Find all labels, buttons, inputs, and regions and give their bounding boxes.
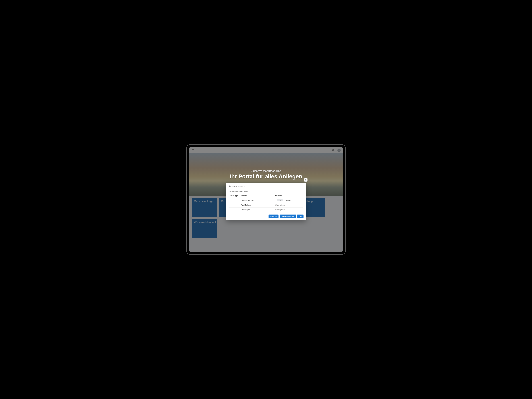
close-icon: ✕	[305, 179, 307, 181]
nothing-found-text: Nothing found	[275, 204, 285, 206]
tablet-frame: Salesfive Manufacturing Ihr Portal für a…	[186, 144, 346, 255]
material-name: Solar Panel	[284, 199, 292, 201]
modal-measures-heading: All measures for the error:	[229, 191, 303, 193]
measures-table: Work Type Measure Materials Panel Austau…	[229, 194, 303, 212]
table-row: Panel AustauschenS-100Solar Panel	[229, 198, 303, 203]
error-info-modal: ✕ Information to the error: All measures…	[226, 183, 306, 220]
tablet-screen: Salesfive Manufacturing Ihr Portal für a…	[189, 147, 343, 252]
close-button[interactable]: ✕	[304, 178, 308, 182]
cell-materials: Nothing found	[274, 208, 303, 212]
exit-button[interactable]: Exit	[297, 215, 304, 218]
table-row: Smart Repair KitNothing found	[229, 208, 303, 212]
previous-button[interactable]: Previous	[269, 215, 279, 218]
warranty-request-button[interactable]: Warranty Request	[279, 215, 296, 218]
material-code-pill: S-100	[277, 199, 283, 201]
cell-work-type	[229, 198, 240, 203]
hero-subtitle: Salesfive Manufacturing	[251, 170, 281, 172]
nothing-found-text: Nothing found	[275, 209, 285, 211]
cell-measure: Panel Polieren	[240, 203, 274, 208]
cell-materials: S-100Solar Panel	[274, 198, 303, 203]
cell-materials: Nothing found	[274, 203, 303, 208]
col-materials: Materials	[274, 194, 303, 198]
modal-actions: Previous Warranty Request Exit	[226, 214, 306, 220]
cell-work-type	[229, 203, 240, 208]
hero-title: Ihr Portal für alles Anliegen	[230, 173, 302, 180]
col-measure: Measure	[240, 194, 274, 198]
modal-info-heading: Information to the error:	[229, 185, 303, 187]
cell-work-type	[229, 208, 240, 212]
table-row: Panel PolierenNothing found	[229, 203, 303, 208]
cell-measure: Smart Repair Kit	[240, 208, 274, 212]
cell-measure: Panel Austauschen	[240, 198, 274, 203]
col-work-type: Work Type	[229, 194, 240, 198]
